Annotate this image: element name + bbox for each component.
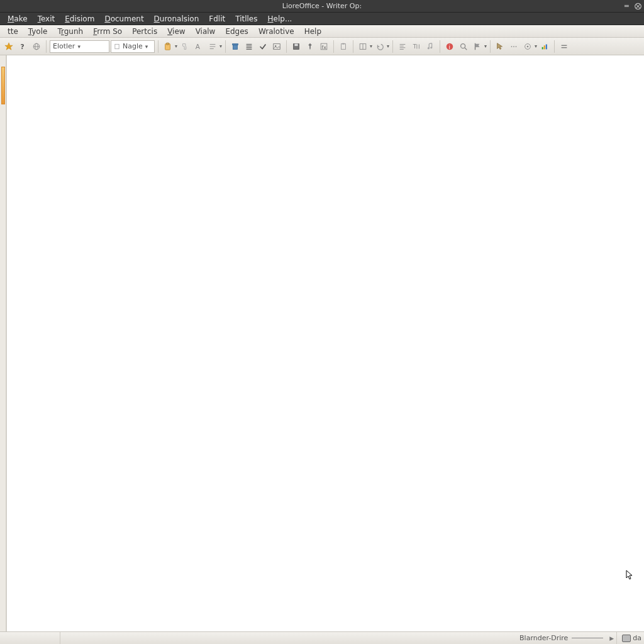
svg-rect-5	[115, 44, 119, 49]
svg-rect-21	[294, 43, 297, 46]
globe-icon[interactable]	[30, 40, 43, 53]
trash-icon[interactable]	[229, 40, 242, 53]
menu-item[interactable]: Trgunh	[52, 26, 88, 37]
font-name-combo[interactable]: Nagle ▾	[111, 40, 155, 53]
clipboard-icon[interactable]	[337, 40, 350, 53]
menu-item[interactable]: Titlles	[230, 13, 262, 25]
text-direction-icon[interactable]: T	[410, 40, 423, 53]
svg-marker-0	[5, 42, 13, 49]
chevron-down-icon[interactable]: ▾	[370, 43, 372, 49]
menu-item[interactable]: Help	[299, 26, 326, 37]
flag-icon[interactable]	[471, 40, 484, 53]
status-drive-label: Blarnder-Drire	[519, 634, 568, 642]
next-page-icon[interactable]: ▶	[607, 635, 616, 641]
toolbar-separator	[440, 40, 440, 53]
chevron-down-icon: ▾	[77, 43, 80, 50]
svg-point-36	[430, 47, 432, 48]
menu-bar-secondary: tteTyoleTrgunhFrrm SoPertcisViewVialwEdg…	[0, 25, 644, 38]
toolbar-separator	[158, 40, 158, 53]
svg-text:?: ?	[21, 42, 25, 50]
formula-icon[interactable]: fx	[318, 40, 330, 53]
svg-rect-13	[233, 43, 238, 45]
svg-point-43	[511, 46, 513, 47]
image-icon[interactable]	[270, 40, 283, 53]
chevron-down-icon[interactable]: ▾	[484, 43, 487, 49]
menu-item[interactable]: Tyole	[23, 26, 53, 37]
paragraph-style-combo[interactable]: Elotler ▾	[50, 40, 109, 53]
menu-item[interactable]: Make	[3, 13, 33, 25]
target-icon[interactable]	[521, 40, 534, 53]
format-brush-icon[interactable]	[179, 40, 191, 53]
paste-icon[interactable]	[162, 40, 174, 53]
window-title: LioreOffice - Writer Op:	[282, 2, 362, 10]
chevron-down-icon[interactable]: ▾	[219, 43, 222, 49]
save-icon[interactable]	[290, 40, 303, 53]
track-changes-icon[interactable]	[508, 40, 520, 53]
pin-icon[interactable]	[304, 40, 316, 53]
font-name-value: Nagle	[123, 42, 143, 50]
align-left-icon[interactable]	[396, 40, 409, 53]
menu-item[interactable]: Wralotive	[253, 26, 299, 37]
music-icon[interactable]	[424, 40, 436, 53]
window-controls: = ⨂	[624, 3, 641, 9]
align-justify-icon[interactable]	[243, 40, 255, 53]
menu-item[interactable]: Texit	[33, 13, 60, 25]
toolbar-separator	[353, 40, 353, 53]
chart-icon[interactable]	[538, 40, 551, 53]
font-icon	[114, 43, 120, 50]
menu-item[interactable]: Document	[99, 13, 148, 25]
undo-icon[interactable]	[374, 40, 386, 53]
document-page[interactable]	[6, 55, 644, 631]
menu-item[interactable]: Help...	[263, 13, 297, 25]
menu-item[interactable]: Edisiom	[60, 13, 99, 25]
close-button[interactable]: ⨂	[635, 3, 641, 9]
chevron-down-icon[interactable]: ▾	[535, 43, 537, 49]
check-icon[interactable]	[257, 40, 269, 53]
zoom-badge-icon	[622, 635, 631, 642]
svg-rect-48	[542, 47, 543, 49]
menu-item[interactable]: Frrm So	[88, 26, 127, 37]
equals-icon[interactable]	[558, 40, 570, 53]
font-letter-icon[interactable]: A	[192, 40, 205, 53]
svg-rect-7	[166, 43, 169, 45]
find-icon[interactable]	[457, 40, 470, 53]
menu-item[interactable]: Duronalsion	[149, 13, 204, 25]
toolbar-separator	[333, 40, 334, 53]
chevron-down-icon[interactable]: ▾	[175, 43, 177, 49]
svg-text:fx: fx	[322, 44, 327, 50]
chevron-down-icon: ▾	[145, 43, 148, 50]
star-icon[interactable]	[3, 40, 15, 53]
status-cell-page[interactable]	[0, 632, 60, 644]
menu-item[interactable]: View	[162, 26, 190, 37]
status-separator-line	[572, 638, 603, 638]
info-icon[interactable]: i	[443, 40, 456, 53]
help-icon[interactable]: ?	[16, 40, 29, 53]
menu-item[interactable]: Edges	[220, 26, 253, 37]
menu-item[interactable]: tte	[3, 26, 23, 37]
insert-field-icon[interactable]	[357, 40, 369, 53]
menu-item[interactable]: Fdlit	[204, 13, 230, 25]
toolbar: ? Elotler ▾ Nagle ▾ ▾ A ▾	[0, 38, 644, 55]
document-area	[0, 55, 644, 631]
ruler-marker	[1, 67, 5, 104]
status-cell-right[interactable]: da	[616, 632, 644, 644]
svg-text:i: i	[449, 43, 450, 50]
paragraph-style-value: Elotler	[53, 42, 75, 50]
vertical-ruler[interactable]	[0, 55, 6, 631]
minimize-button[interactable]: =	[624, 3, 630, 9]
line-spacing-icon[interactable]	[206, 40, 219, 53]
svg-point-44	[513, 46, 514, 47]
toolbar-separator	[554, 40, 555, 53]
status-drive[interactable]: Blarnder-Drire	[516, 634, 607, 642]
toolbar-separator	[286, 40, 287, 53]
svg-point-40	[461, 43, 465, 48]
status-right-label: da	[633, 634, 641, 642]
svg-rect-24	[341, 43, 346, 49]
status-bar: Blarnder-Drire ▶ da	[0, 631, 644, 644]
svg-point-45	[516, 46, 517, 47]
chevron-down-icon[interactable]: ▾	[387, 43, 389, 49]
pointer-icon[interactable]	[494, 40, 506, 53]
toolbar-separator	[46, 40, 47, 53]
menu-item[interactable]: Vialw	[191, 26, 221, 37]
menu-item[interactable]: Pertcis	[127, 26, 162, 37]
